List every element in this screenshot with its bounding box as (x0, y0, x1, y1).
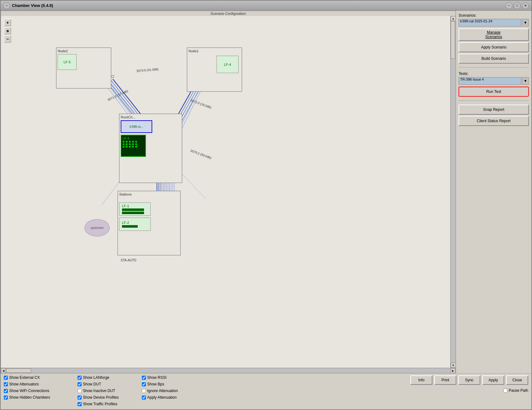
scroll-right-icon: ▶ (452, 369, 454, 372)
bottom-bar: Show External CX Show Attenuators Show W… (1, 373, 531, 409)
tests-label: Tests: (459, 71, 529, 76)
apply-btn[interactable]: Apply (482, 375, 504, 385)
cb-inactive-dut-label: Show Inactive DUT (83, 389, 115, 393)
scrollbar-thumb-h[interactable] (6, 368, 31, 373)
cb-traffic-profiles-label: Show Traffic Profiles (83, 402, 117, 406)
scenarios-dropdown: tr398-cal 2025-01-24 ▼ (459, 19, 529, 26)
root-sub: tr398-ro... (121, 120, 152, 133)
scrollbar-track-v[interactable] (451, 21, 455, 363)
root-lf3: LF-3 (121, 135, 146, 157)
tests-dropdown-btn[interactable]: ▼ (522, 77, 529, 85)
cb-apply-atten-label: Apply Attenuation (147, 395, 176, 400)
cb-rssi-input[interactable] (142, 376, 146, 380)
apply-scenario-btn[interactable]: Apply Scenario (459, 42, 529, 52)
tests-dropdown: TR-398 Issue 4 ▼ (459, 77, 529, 85)
cb-rssi-label: Show RSSI (147, 375, 166, 380)
cb-dut-label: Show DUT (83, 382, 101, 386)
cb-inactive-dut: Show Inactive DUT (78, 389, 141, 393)
cb-bps-label: Show Bps (147, 382, 164, 386)
cb-attenuators: Show Attenuators (4, 382, 76, 386)
cb-dut-input[interactable] (78, 382, 82, 386)
main-window: ○ Chamber View (5.4.9) ─ □ ✕ Scenario Co… (0, 0, 532, 410)
restore-btn[interactable]: □ (514, 2, 521, 9)
cb-ignore-atten-input[interactable] (142, 389, 146, 393)
horizontal-scrollbar: ◀ ▶ (1, 368, 455, 373)
zoom-controls: + ⊕ − (4, 19, 11, 43)
scrollbar-thumb-v[interactable] (451, 21, 455, 59)
root-lf3-label: LF-3 (123, 137, 144, 140)
cb-device-profiles-label: Show Device Profiles (83, 395, 119, 400)
print-btn[interactable]: Print (434, 375, 456, 385)
scenarios-section: Scenarios: tr398-cal 2025-01-24 ▼ Manage… (459, 13, 529, 64)
upstream-label: upstream (90, 226, 104, 230)
cb-inactive-dut-input[interactable] (78, 389, 82, 393)
cb-wifi-input[interactable] (4, 389, 8, 393)
scroll-right-btn[interactable]: ▶ (450, 368, 455, 373)
cb-bps: Show Bps (142, 382, 205, 386)
cb-hidden-chambers: Show Hidden Chambers (4, 395, 76, 400)
pause-path-input[interactable] (503, 389, 507, 393)
divider-1 (459, 67, 529, 68)
scrollbar-track-h[interactable] (6, 368, 450, 373)
scenarios-dropdown-btn[interactable]: ▼ (522, 19, 529, 26)
client-status-btn[interactable]: Client Status Report (459, 116, 529, 126)
scroll-left-icon: ◀ (3, 369, 4, 372)
cb-lanforge-input[interactable] (78, 376, 82, 380)
right-panel: Scenarios: tr398-cal 2025-01-24 ▼ Manage… (456, 11, 531, 373)
cb-attenuators-input[interactable] (4, 382, 8, 386)
root-label: RootCh... (121, 115, 181, 119)
cb-wifi-label: Show WiFi Connections (9, 389, 49, 393)
cb-attenuators-label: Show Attenuators (9, 382, 39, 386)
sync-btn[interactable]: Sync (458, 375, 480, 385)
svg-text:3573:0 (41.0db): 3573:0 (41.0db) (136, 67, 159, 73)
canvas-label: Scenario Configuration (1, 11, 455, 16)
info-btn[interactable]: Info (410, 375, 432, 385)
cb-device-profiles-input[interactable] (78, 396, 82, 400)
manage-scenarios-btn[interactable]: Manage Scenarios (459, 28, 529, 41)
window-menu-btn[interactable]: ○ (3, 2, 10, 9)
svg-point-33 (112, 75, 114, 78)
node2-lf: LF-5 (58, 54, 77, 70)
close-btn[interactable]: ✕ (522, 2, 529, 9)
zoom-fit-btn[interactable]: ⊕ (4, 27, 11, 34)
pause-row: Pause Path (503, 388, 528, 393)
scroll-down-btn[interactable]: ▼ (451, 363, 455, 368)
close-icon: ✕ (524, 4, 527, 7)
stations-lf2-label: LF-2 (122, 221, 129, 225)
build-scenario-btn[interactable]: Build Scenario (459, 54, 529, 64)
cb-device-profiles: Show Device Profiles (78, 395, 141, 400)
zoom-in-btn[interactable]: + (4, 19, 11, 26)
scroll-left-btn[interactable]: ◀ (1, 368, 6, 373)
cb-traffic-profiles-input[interactable] (78, 402, 82, 406)
title-bar: ○ Chamber View (5.4.9) ─ □ ✕ (1, 1, 531, 11)
cb-external-cx-input[interactable] (4, 376, 8, 380)
canvas-section: Scenario Configuration + ⊕ − (1, 11, 456, 373)
zoom-out-btn[interactable]: − (4, 36, 11, 43)
chevron-down-icon: ▼ (523, 20, 527, 25)
cb-lanforge-label: Show LANforge (83, 375, 109, 380)
cb-bps-input[interactable] (142, 382, 146, 386)
sta-auto-label: STA-AUTO (121, 259, 136, 262)
stations-box: Stations LF-1 LF-2 (118, 191, 181, 255)
scenarios-select[interactable]: tr398-cal 2025-01-24 (459, 19, 521, 26)
run-test-btn[interactable]: Run Test (459, 87, 529, 97)
minimize-btn[interactable]: ─ (506, 2, 512, 9)
restore-icon: □ (516, 4, 518, 7)
root-box: RootCh... tr398-ro... LF-3 (119, 114, 182, 183)
cb-apply-atten-input[interactable] (142, 396, 146, 400)
node1-label: Node1 (188, 49, 240, 53)
reports-section: Snap Report Client Status Report (459, 105, 529, 126)
cb-rssi: Show RSSI (142, 375, 205, 380)
pause-path-label: Pause Path (509, 388, 528, 393)
cb-hidden-input[interactable] (4, 396, 8, 400)
bottom-col-3: Show RSSI Show Bps Ignore Attenuation Ap… (142, 375, 205, 407)
cb-external-cx-label: Show External CX (9, 375, 40, 380)
tests-value: TR-398 Issue 4 (460, 77, 484, 81)
scenarios-value: tr398-cal 2025-01-24 (460, 19, 492, 23)
close-btn-bottom[interactable]: Close (506, 375, 528, 385)
tests-select[interactable]: TR-398 Issue 4 (459, 77, 521, 85)
snap-report-btn[interactable]: Snap Report (459, 105, 529, 115)
scroll-up-btn[interactable]: ▲ (451, 16, 455, 21)
cb-apply-atten: Apply Attenuation (142, 395, 205, 400)
bottom-grid: Show External CX Show Attenuators Show W… (4, 375, 528, 407)
